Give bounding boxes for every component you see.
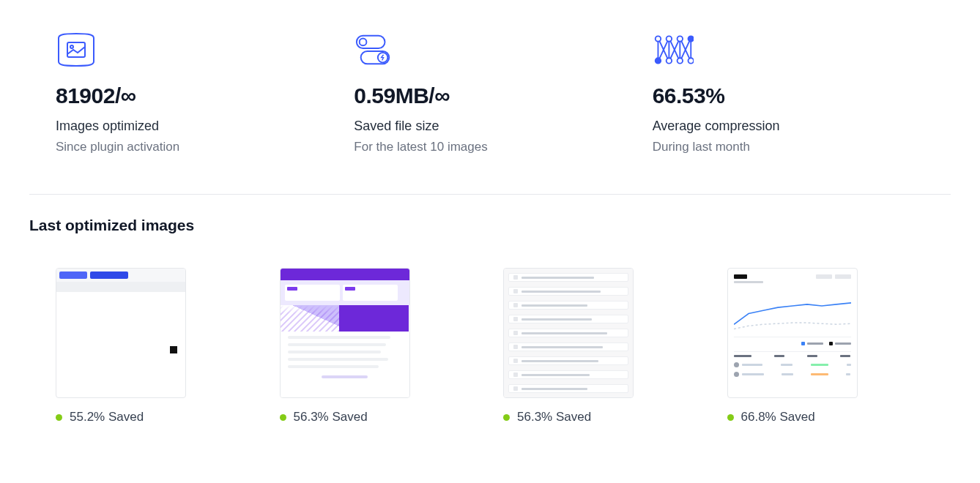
status-dot-icon [56,414,62,421]
status-dot-icon [727,414,734,421]
section-title: Last optimized images [29,217,951,234]
toggle-bolt-icon [354,29,395,70]
svg-point-3 [360,39,367,46]
stat-sublabel: Since plugin activation [56,140,354,154]
stat-average-compression: 66.53% Average compression During last m… [653,29,951,154]
stat-value: 66.53% [653,83,951,108]
thumbnail-card[interactable]: 56.3% Saved [280,268,504,424]
divider [29,194,951,195]
stats-row: 81902/∞ Images optimized Since plugin ac… [29,29,951,154]
image-panorama-icon [56,29,97,70]
stat-sublabel: For the latest 10 images [354,140,652,154]
thumbnail-image [727,268,858,398]
saved-label: 56.3% Saved [294,410,368,424]
status-dot-icon [503,414,510,421]
stat-saved-file-size: 0.59MB/∞ Saved file size For the latest … [354,29,652,154]
stat-label: Average compression [653,119,951,134]
stat-sublabel: During last month [653,140,951,154]
thumbnail-card[interactable]: 55.2% Saved [56,268,280,424]
dashboard: 81902/∞ Images optimized Since plugin ac… [0,0,980,424]
thumbnail-image [280,268,410,398]
saved-label: 55.2% Saved [70,410,144,424]
stat-images-optimized: 81902/∞ Images optimized Since plugin ac… [56,29,354,154]
stat-value: 0.59MB/∞ [354,83,652,108]
stat-value: 81902/∞ [56,83,354,108]
status-row: 56.3% Saved [503,410,727,424]
neural-network-icon [653,29,694,70]
status-dot-icon [280,414,286,421]
thumbnail-card[interactable]: 66.8% Saved [727,268,951,424]
stat-label: Saved file size [354,119,652,134]
thumbnail-row: 55.2% Saved [29,268,951,424]
status-row: 66.8% Saved [727,410,951,424]
thumbnail-image [56,268,186,398]
stat-label: Images optimized [56,119,354,134]
saved-label: 56.3% Saved [517,410,591,424]
saved-label: 66.8% Saved [741,410,815,424]
thumbnail-card[interactable]: 56.3% Saved [503,268,727,424]
svg-rect-2 [357,36,385,48]
status-row: 56.3% Saved [280,410,504,424]
svg-point-1 [70,45,73,48]
thumbnail-image [503,268,634,398]
status-row: 55.2% Saved [56,410,280,424]
